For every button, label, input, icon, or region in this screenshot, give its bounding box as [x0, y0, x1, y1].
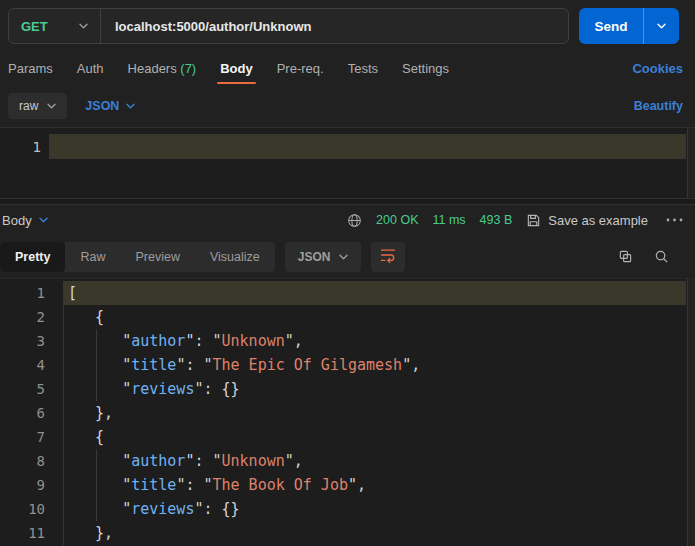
request-response-panel: GET Send Params Auth Headers (7) Body Pr…	[0, 0, 695, 546]
response-editor-lines: 1[2 {3 "author": "Unknown",4 "title": "T…	[0, 281, 695, 545]
code-text: "title": "The Book Of Job",	[64, 473, 686, 497]
code-line: 5 "reviews": {}	[0, 377, 686, 401]
line-number: 6	[0, 401, 64, 425]
tab-label: Visualize	[210, 250, 260, 264]
tab-label: Raw	[80, 250, 105, 264]
code-line: 3 "author": "Unknown",	[0, 329, 686, 353]
tab-auth[interactable]: Auth	[77, 61, 104, 76]
body-language-select[interactable]: JSON	[85, 99, 135, 113]
globe-icon[interactable]	[347, 213, 362, 228]
line-number: 10	[0, 497, 64, 521]
response-toolbar-right	[618, 249, 695, 264]
code-line: 6 },	[0, 401, 686, 425]
tab-label: Settings	[402, 61, 449, 76]
cookies-link[interactable]: Cookies	[632, 61, 683, 76]
line-number: 8	[0, 449, 64, 473]
request-editor-lines: 1	[0, 134, 695, 159]
code-text: {	[64, 425, 686, 449]
tab-label: Pre-req.	[277, 61, 324, 76]
status-badge: 200 OK	[376, 213, 418, 227]
response-header: Body 200 OK 11 ms 493 B Save as example	[0, 205, 695, 235]
tab-visualize[interactable]: Visualize	[195, 242, 275, 272]
code-text: {	[64, 305, 686, 329]
body-format-label: raw	[19, 99, 38, 113]
scrollbar[interactable]	[687, 279, 695, 546]
tab-settings[interactable]: Settings	[402, 61, 449, 76]
send-button: Send	[579, 8, 679, 44]
tab-tests[interactable]: Tests	[348, 61, 378, 76]
code-line: 11 },	[0, 521, 686, 545]
tab-label: Preview	[135, 250, 179, 264]
tab-label: Headers	[128, 61, 177, 76]
response-toolbar: Pretty Raw Preview Visualize JSON	[0, 235, 695, 279]
beautify-link[interactable]: Beautify	[634, 99, 683, 113]
line-number: 4	[0, 353, 64, 377]
url-input[interactable]	[101, 9, 568, 43]
method-label: GET	[21, 19, 48, 34]
line-number: 7	[0, 425, 64, 449]
code-line: 2 {	[0, 305, 686, 329]
scrollbar[interactable]	[687, 128, 695, 198]
url-container: GET	[8, 8, 569, 44]
line-number: 1	[0, 139, 49, 155]
tab-label: Params	[8, 61, 53, 76]
headers-count-badge: (7)	[180, 61, 196, 76]
line-number: 9	[0, 473, 64, 497]
line-number: 2	[0, 305, 64, 329]
response-language-label: JSON	[298, 250, 331, 264]
code-text: "author": "Unknown",	[64, 449, 686, 473]
tab-pretty[interactable]: Pretty	[0, 242, 65, 272]
code-text: },	[64, 521, 686, 545]
code-line: 4 "title": "The Epic Of Gilgamesh",	[0, 353, 686, 377]
body-format-select[interactable]: raw	[8, 93, 67, 119]
chevron-down-icon	[339, 254, 348, 260]
line-number: 5	[0, 377, 64, 401]
tab-body[interactable]: Body	[220, 61, 253, 76]
tab-preview[interactable]: Preview	[120, 242, 194, 272]
code-line: 7 {	[0, 425, 686, 449]
more-options-icon[interactable]	[662, 218, 683, 222]
tab-params[interactable]: Params	[8, 61, 53, 76]
code-text: "title": "The Epic Of Gilgamesh",	[64, 353, 686, 377]
save-as-example-label: Save as example	[548, 213, 648, 228]
copy-icon[interactable]	[618, 249, 633, 264]
code-text: "author": "Unknown",	[64, 329, 686, 353]
search-icon[interactable]	[654, 249, 669, 264]
request-body-editor[interactable]: 1	[0, 128, 695, 198]
tab-label: Auth	[77, 61, 104, 76]
wrap-text-button[interactable]	[371, 242, 405, 272]
send-options-caret[interactable]	[643, 8, 679, 44]
response-language-select[interactable]: JSON	[285, 242, 362, 272]
tab-label: Body	[220, 61, 253, 76]
response-body-editor[interactable]: 1[2 {3 "author": "Unknown",4 "title": "T…	[0, 279, 695, 546]
save-as-example-button[interactable]: Save as example	[526, 213, 648, 228]
tab-headers[interactable]: Headers (7)	[128, 61, 197, 76]
code-line: 1[	[0, 281, 686, 305]
line-number: 1	[0, 281, 64, 305]
code-line: 10 "reviews": {}	[0, 497, 686, 521]
send-button-main[interactable]: Send	[579, 8, 643, 44]
chevron-down-icon	[79, 23, 88, 29]
response-meta: 200 OK 11 ms 493 B Save as example	[347, 213, 683, 228]
tab-pre-request[interactable]: Pre-req.	[277, 61, 324, 76]
code-text: "reviews": {}	[64, 377, 686, 401]
code-text	[49, 134, 686, 159]
code-text: [	[64, 281, 686, 305]
code-text: },	[64, 401, 686, 425]
body-language-label: JSON	[85, 99, 119, 113]
method-select[interactable]: GET	[9, 9, 101, 43]
tab-label: Pretty	[15, 250, 50, 264]
save-icon	[526, 213, 541, 228]
response-view-tabs: Pretty Raw Preview Visualize	[0, 242, 275, 272]
chevron-down-icon	[126, 103, 135, 109]
body-type-row: raw JSON Beautify	[0, 84, 695, 127]
pane-resize-handle[interactable]	[0, 198, 695, 205]
response-pane-select[interactable]: Body	[2, 213, 48, 228]
chevron-down-icon	[39, 217, 48, 223]
line-number: 11	[0, 521, 64, 545]
tab-label: Tests	[348, 61, 378, 76]
wrap-text-icon	[380, 248, 396, 266]
request-tabs: Params Auth Headers (7) Body Pre-req. Te…	[0, 52, 695, 84]
chevron-down-icon	[657, 23, 666, 29]
tab-raw[interactable]: Raw	[65, 242, 120, 272]
